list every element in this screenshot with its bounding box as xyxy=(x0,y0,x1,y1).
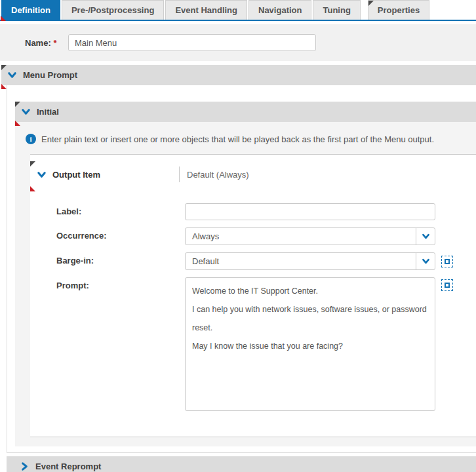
tab-bar: Definition Pre-/Postprocessing Event Han… xyxy=(0,0,476,21)
section-title-event-reprompt: Event Reprompt xyxy=(35,462,101,471)
occurrence-select[interactable]: Always xyxy=(185,227,435,245)
section-header-menu-prompt[interactable]: Menu Prompt xyxy=(1,65,476,85)
output-item-title-wrap: Output Item xyxy=(30,170,179,180)
barge-in-dropdown-button[interactable] xyxy=(416,253,435,269)
name-field-row: Name: * xyxy=(0,24,476,61)
section-header-initial[interactable]: Initial xyxy=(15,102,476,122)
tab-pre-postprocessing[interactable]: Pre-/Postprocessing xyxy=(62,0,164,20)
header-divider xyxy=(179,167,180,182)
output-item-form: Label: Occurrence: Always xyxy=(30,187,476,437)
initial-content: i Enter plain text or insert one or more… xyxy=(15,122,476,446)
modified-marker-icon xyxy=(15,121,20,126)
dynamic-value-icon-inner xyxy=(445,259,450,264)
section-title-output-item: Output Item xyxy=(52,170,100,180)
form-row-label: Label: xyxy=(56,203,476,220)
tab-properties-label: Properties xyxy=(378,5,420,15)
tab-definition[interactable]: Definition xyxy=(1,0,60,20)
barge-in-field-label: Barge-in: xyxy=(56,252,185,266)
chevron-right-icon xyxy=(20,462,30,471)
label-field-label: Label: xyxy=(56,203,185,216)
tab-properties[interactable]: Properties xyxy=(368,0,429,20)
form-row-prompt: Prompt: Welcome to the IT Support Center… xyxy=(56,277,476,411)
tab-pre-postprocessing-label: Pre-/Postprocessing xyxy=(71,5,154,15)
modified-marker-icon xyxy=(1,16,6,21)
label-input[interactable] xyxy=(185,203,435,220)
section-header-output-item[interactable]: Output Item Default (Always) xyxy=(30,161,476,187)
barge-in-selected-value: Default xyxy=(186,256,416,266)
info-icon: i xyxy=(26,134,36,144)
section-title-initial: Initial xyxy=(37,107,59,117)
output-item-status: Default (Always) xyxy=(187,170,249,180)
chevron-down-icon xyxy=(37,170,47,180)
tab-event-handling[interactable]: Event Handling xyxy=(165,0,247,20)
section-header-event-reprompt[interactable]: Event Reprompt xyxy=(7,456,476,472)
name-input[interactable] xyxy=(68,34,316,51)
modified-marker-icon xyxy=(1,84,7,89)
name-label: Name: * xyxy=(25,38,68,48)
modified-marker-icon xyxy=(30,186,35,191)
tab-navigation-label: Navigation xyxy=(258,5,302,15)
form-row-occurrence: Occurrence: Always xyxy=(56,227,476,245)
output-item-panel: Output Item Default (Always) Label: Occu… xyxy=(30,154,476,437)
menu-prompt-panel: Initial i Enter plain text or insert one… xyxy=(7,85,476,453)
chevron-down-icon xyxy=(21,107,31,117)
section-title-menu-prompt: Menu Prompt xyxy=(23,70,77,80)
tab-event-handling-label: Event Handling xyxy=(175,5,237,15)
form-row-barge-in: Barge-in: Default xyxy=(56,252,476,270)
occurrence-field-label: Occurrence: xyxy=(56,227,185,241)
corner-marker-icon xyxy=(30,161,35,167)
info-text: Enter plain text or insert one or more o… xyxy=(41,134,434,144)
occurrence-selected-value: Always xyxy=(186,231,416,241)
prompt-field-label: Prompt: xyxy=(56,277,185,290)
dynamic-value-icon-inner xyxy=(445,283,450,288)
tab-tuning-label: Tuning xyxy=(323,5,350,15)
occurrence-dropdown-button[interactable] xyxy=(416,228,435,245)
tab-navigation[interactable]: Navigation xyxy=(248,0,311,20)
barge-in-select[interactable]: Default xyxy=(185,252,435,270)
info-row: i Enter plain text or insert one or more… xyxy=(26,134,476,144)
tab-tuning[interactable]: Tuning xyxy=(313,0,360,20)
name-label-text: Name: xyxy=(25,38,51,48)
chevron-down-icon xyxy=(7,70,17,80)
chevron-down-icon xyxy=(422,257,430,266)
dynamic-value-icon[interactable] xyxy=(441,279,453,291)
corner-marker-icon xyxy=(1,65,7,70)
tab-definition-label: Definition xyxy=(11,5,50,15)
corner-marker-icon xyxy=(368,1,374,6)
required-marker: * xyxy=(53,38,56,48)
corner-marker-icon xyxy=(15,102,20,107)
dynamic-value-icon[interactable] xyxy=(441,256,453,267)
prompt-textarea[interactable]: Welcome to the IT Support Center. I can … xyxy=(185,277,435,411)
chevron-down-icon xyxy=(422,232,430,241)
